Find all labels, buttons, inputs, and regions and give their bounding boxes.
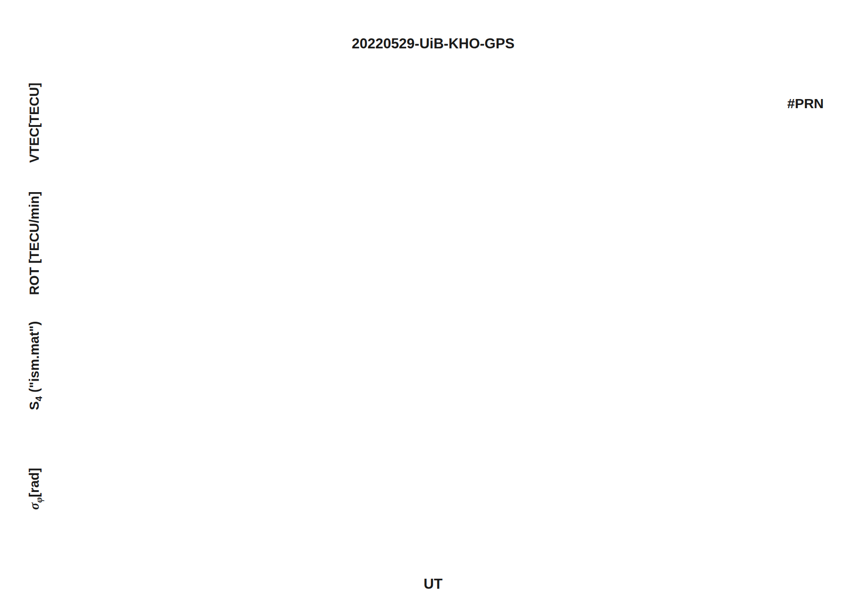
colorbar-title: #PRN	[776, 96, 835, 111]
y-axis-label-text: VTEC[TECU]	[27, 83, 42, 163]
vtec-plot-canvas	[88, 64, 779, 182]
y-axis-label-sub: φ	[34, 497, 44, 503]
rot-plot-canvas	[88, 187, 779, 300]
y-axis-label-text: S	[27, 401, 42, 410]
sigma-phi-plot-canvas	[88, 431, 779, 546]
y-axis-label-post: ("ism.mat")	[27, 321, 42, 396]
y-axis-label-sub: 4	[34, 396, 44, 401]
y-axis-label-s4: S4 ("ism.mat")	[27, 321, 44, 410]
s4-plot-canvas	[88, 306, 779, 425]
y-axis-label-sigma-phi: σφ[rad]	[27, 468, 44, 510]
figure: 20220529-UiB-KHO-GPS VTEC[TECU] ROT [TEC…	[0, 0, 868, 607]
chart-title: 20220529-UiB-KHO-GPS	[88, 36, 779, 52]
y-axis-label-vtec: VTEC[TECU]	[27, 83, 44, 163]
y-axis-label-post: [rad]	[27, 468, 42, 497]
x-axis-label: UT	[88, 576, 779, 592]
y-axis-label-rot: ROT [TECU/min]	[27, 191, 44, 295]
y-axis-label-text: σ	[27, 502, 42, 510]
colorbar	[800, 120, 819, 486]
y-axis-label-text: ROT [TECU/min]	[27, 191, 42, 295]
